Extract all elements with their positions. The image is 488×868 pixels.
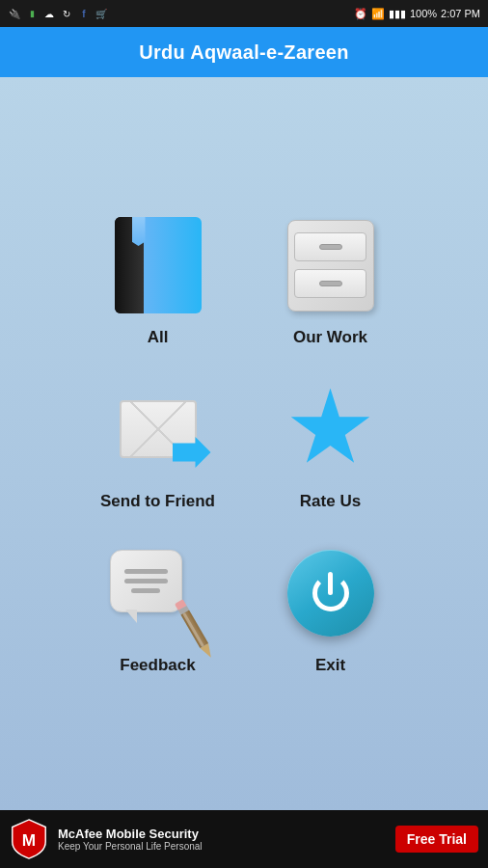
all-icon-container [105, 212, 211, 318]
menu-item-feedback[interactable]: Feedback [100, 540, 215, 675]
drawer-bottom [294, 269, 366, 298]
pencil-highlight [182, 612, 204, 647]
all-label: All [148, 328, 169, 347]
bubble-line-3 [131, 588, 160, 593]
book-icon [115, 217, 202, 313]
usb-icon: 🔌 [8, 7, 21, 20]
time-display: 2:07 PM [441, 8, 480, 19]
pencil-icon [166, 594, 217, 655]
mcafee-shield-icon: M [10, 818, 48, 860]
facebook-icon: f [77, 7, 91, 20]
alarm-icon: ⏰ [354, 8, 367, 20]
main-content: All Our Work [0, 77, 488, 810]
bookmark [132, 217, 146, 246]
bubble-line-1 [124, 569, 168, 574]
feedback-icon-container [105, 540, 211, 646]
ad-banner[interactable]: M McAfee Mobile Security Keep Your Perso… [0, 810, 488, 868]
exit-icon-container [278, 540, 384, 646]
wifi-icon: 📶 [371, 8, 385, 20]
drawer-handle-top [319, 244, 342, 250]
star-icon [287, 386, 374, 473]
status-icons-left: 🔌 ▮ ☁ ↻ f 🛒 [8, 7, 108, 20]
menu-item-rate-us[interactable]: Rate Us [273, 376, 388, 511]
send-icon [110, 386, 206, 473]
battery-icon: ▮ [25, 7, 39, 20]
status-icons-right: ⏰ 📶 ▮▮▮ 100% 2:07 PM [354, 8, 480, 20]
drawer-handle-bottom [319, 281, 342, 286]
cart-icon: 🛒 [95, 7, 108, 20]
title-bar: Urdu Aqwaal-e-Zareen [0, 27, 488, 77]
ad-subtitle: Keep Your Personal Life Personal [58, 841, 386, 852]
rate-us-icon-container [278, 376, 384, 482]
signal-icon: ▮▮▮ [389, 8, 406, 20]
power-line [328, 572, 333, 595]
menu-item-send-to-friend[interactable]: Send to Friend [100, 376, 215, 511]
menu-item-our-work[interactable]: Our Work [273, 212, 388, 347]
bubble-line-2 [124, 579, 168, 583]
pencil-body [180, 610, 208, 648]
menu-grid: All Our Work [62, 193, 426, 694]
cloud-icon: ☁ [42, 7, 56, 20]
status-bar: 🔌 ▮ ☁ ↻ f 🛒 ⏰ 📶 ▮▮▮ 100% 2:07 PM [0, 0, 488, 27]
rate-us-label: Rate Us [300, 492, 361, 511]
menu-item-all[interactable]: All [100, 212, 215, 347]
star-shape [289, 389, 371, 471]
our-work-icon-container [278, 212, 384, 318]
app-title: Urdu Aqwaal-e-Zareen [139, 41, 349, 64]
cabinet-icon [287, 220, 374, 312]
power-symbol [307, 569, 355, 617]
drawer-top [294, 232, 366, 261]
refresh-icon: ↻ [60, 7, 73, 20]
svg-text:M: M [22, 830, 36, 850]
feedback-label: Feedback [120, 656, 195, 675]
ad-cta-button[interactable]: Free Trial [395, 826, 478, 854]
battery-percent: 100% [410, 8, 437, 19]
send-icon-container [105, 376, 211, 482]
menu-item-exit[interactable]: Exit [273, 540, 388, 675]
send-label: Send to Friend [100, 492, 215, 511]
power-button-icon [287, 550, 374, 637]
ad-text-block: McAfee Mobile Security Keep Your Persona… [58, 827, 386, 852]
speech-bubble [110, 550, 182, 612]
exit-label: Exit [315, 656, 345, 675]
our-work-label: Our Work [293, 328, 367, 347]
feedback-icon [110, 550, 206, 646]
ad-title: McAfee Mobile Security [58, 827, 386, 841]
